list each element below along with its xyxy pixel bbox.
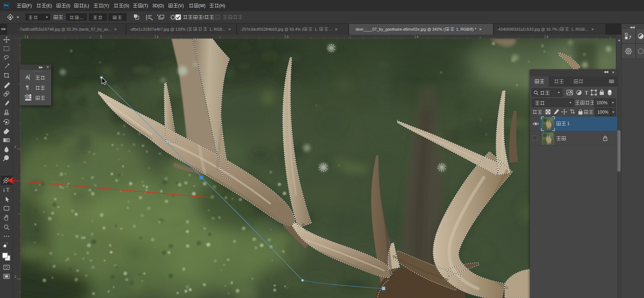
svg-text:T: T	[585, 90, 588, 96]
svg-text:2: 2	[157, 35, 158, 39]
svg-text:3: 3	[287, 35, 288, 39]
svg-text:1: 1	[27, 35, 29, 39]
svg-text:T: T	[6, 187, 9, 193]
svg-text:5: 5	[547, 35, 548, 39]
svg-text:4: 4	[417, 35, 418, 39]
svg-text:2: 2	[14, 275, 16, 279]
svg-text:1: 1	[14, 145, 16, 149]
